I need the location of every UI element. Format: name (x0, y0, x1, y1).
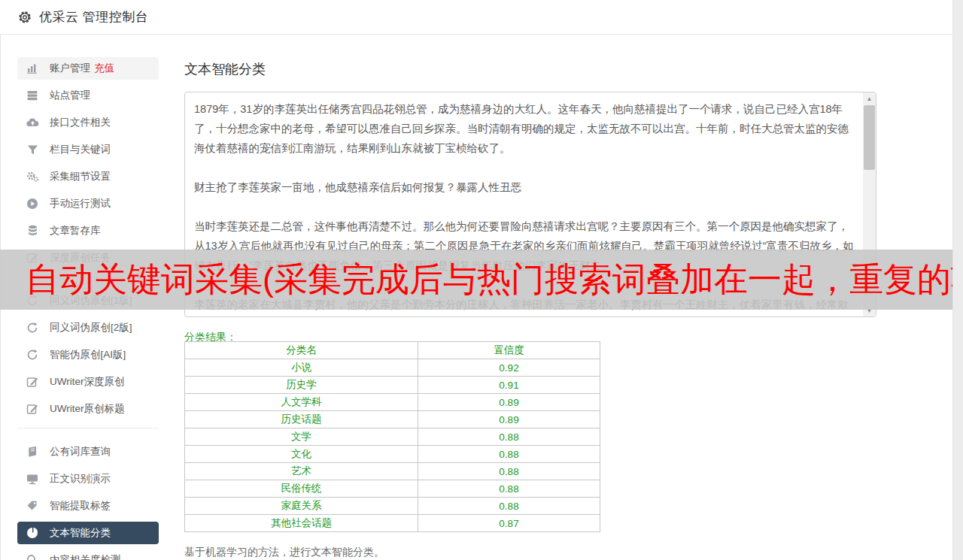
sidebar-item-label: 智能提取标签 (50, 499, 111, 513)
confidence-cell: 0.91 (418, 377, 600, 394)
sidebar-item-columns-keywords[interactable]: 栏目与关键词 (17, 138, 159, 161)
table-row: 人文学科 0.89 (185, 394, 600, 411)
sidebar-item-smart-ai[interactable]: 智能伪原创[AI版] (17, 344, 159, 366)
sidebar-item-label: 文本智能分类 (50, 526, 111, 540)
sidebar-item-interface-files[interactable]: 接口文件相关 (17, 111, 159, 134)
database-icon (26, 224, 39, 238)
gear-icon[interactable] (18, 11, 32, 24)
table-row: 历史学 0.91 (185, 377, 600, 394)
confidence-cell: 0.89 (418, 411, 600, 428)
sidebar-item-label: 采集细节设置 (50, 170, 111, 183)
sidebar-item-label: 站点管理 (50, 89, 90, 102)
filter-icon (26, 143, 39, 156)
sidebar-item-smart-tags[interactable]: 智能提取标签 (17, 495, 159, 517)
sidebar-item-relevance-check[interactable]: 内容相关度检测 (17, 549, 159, 560)
confidence-cell: 0.88 (418, 498, 600, 515)
confidence-cell: 0.92 (418, 359, 600, 377)
magnifier-icon (26, 553, 39, 560)
cloud-upload-icon (26, 116, 39, 129)
monitor-icon (26, 472, 39, 486)
watermark-text: 自动关键词采集(采集完成后与热门搜索词叠加在一起，重复的项 (0, 250, 952, 310)
play-circle-icon (26, 197, 39, 210)
book-icon (26, 445, 39, 459)
scroll-up-arrow-icon[interactable]: ▲ (863, 92, 876, 104)
header-bar: 优采云 管理控制台 (0, 0, 963, 35)
sidebar-item-label: 正文识别演示 (50, 472, 111, 486)
scrollbar-thumb[interactable] (864, 105, 875, 170)
confidence-cell: 0.88 (418, 446, 600, 463)
category-cell: 文学 (185, 428, 418, 446)
category-cell: 人文学科 (185, 394, 418, 411)
sidebar-divider (17, 428, 159, 428)
edit-icon (26, 402, 39, 416)
sidebar-item-label: UWriter深度原创 (50, 375, 125, 389)
table-row: 艺术 0.88 (185, 463, 600, 480)
sidebar-item-label: 智能伪原创[AI版] (50, 348, 126, 362)
table-row: 民俗传统 0.88 (185, 480, 600, 498)
category-cell: 其他社会话题 (185, 515, 418, 532)
category-cell: 历史学 (185, 377, 418, 394)
confidence-cell: 0.88 (418, 480, 600, 498)
category-cell: 民俗传统 (185, 480, 418, 498)
sidebar-item-label: 手动运行测试 (50, 197, 111, 210)
pie-chart-icon (26, 526, 39, 540)
document-paragraph: 1879年，31岁的李莲英出任储秀宫四品花翎总管，成为慈禧身边的大红人。这年春天… (194, 99, 854, 158)
table-row: 其他社会话题 0.87 (185, 515, 600, 532)
tag-icon (26, 499, 39, 513)
page-scrollbar[interactable] (952, 0, 963, 560)
category-cell: 小说 (185, 359, 418, 377)
category-cell: 艺术 (185, 463, 418, 480)
edit-icon (26, 375, 39, 389)
table-header-row: 分类名 置信度 (185, 342, 600, 359)
sidebar-item-public-lexicon[interactable]: 公有词库查询 (17, 440, 159, 463)
document-paragraph: 财主抢了李莲英家一亩地，他成慈禧亲信后如何报复？暴露人性丑恶 (194, 177, 854, 197)
watermark-overlay-band: 自动关键词采集(采集完成后与热门搜索词叠加在一起，重复的项 (0, 250, 952, 310)
sidebar-item-uwriter-title[interactable]: UWriter原创标题 (17, 398, 159, 420)
sidebar-item-synonym-v2[interactable]: 同义词伪原创[2版] (17, 316, 159, 339)
main-content: 文本智能分类 1879年，31岁的李莲英出任储秀宫四品花翎总管，成为慈禧身边的大… (184, 35, 877, 78)
sidebar-item-account[interactable]: 账户管理 充值 (17, 57, 159, 80)
sidebar-item-article-store[interactable]: 文章暂存库 (17, 219, 159, 242)
confidence-cell: 0.89 (418, 394, 600, 411)
sidebar-item-label: 接口文件相关 (50, 116, 111, 129)
app-title: 优采云 管理控制台 (39, 8, 148, 26)
refresh-icon (26, 348, 39, 362)
sidebar-item-label: 账户管理 (50, 62, 90, 75)
confidence-cell: 0.88 (418, 463, 600, 480)
bar-chart-icon (26, 62, 39, 75)
sidebar-item-uwriter-deep[interactable]: UWriter深度原创 (17, 371, 159, 393)
table-row: 家庭关系 0.88 (185, 498, 600, 515)
confidence-cell: 0.88 (418, 428, 600, 446)
refresh-icon (26, 321, 39, 334)
server-icon (26, 89, 39, 102)
page-title: 文本智能分类 (184, 60, 877, 78)
category-cell: 历史话题 (185, 411, 418, 428)
table-row: 文化 0.88 (185, 446, 600, 463)
category-cell: 家庭关系 (185, 498, 418, 515)
sidebar-item-label: 文章暂存库 (50, 224, 101, 238)
sidebar-item-label: 公有词库查询 (50, 445, 111, 459)
table-row: 历史话题 0.89 (185, 411, 600, 428)
app-window: 优采云 管理控制台 账户管理 充值 站点管理 (0, 0, 963, 560)
sidebar-item-manual-test[interactable]: 手动运行测试 (17, 192, 159, 215)
column-header-confidence: 置信度 (418, 342, 600, 359)
sidebar-item-label: UWriter原创标题 (50, 402, 125, 416)
sidebar-item-label: 内容相关度检测 (50, 553, 121, 560)
column-header-category: 分类名 (185, 342, 418, 359)
category-cell: 文化 (185, 446, 418, 463)
confidence-cell: 0.87 (418, 515, 600, 532)
sidebar-item-label: 同义词伪原创[2版] (50, 321, 132, 334)
table-row: 文学 0.88 (185, 428, 600, 446)
table-row: 小说 0.92 (185, 359, 600, 377)
sidebar-item-text-classification[interactable]: 文本智能分类 (17, 522, 159, 544)
recharge-badge[interactable]: 充值 (94, 62, 114, 75)
sidebar-item-label: 栏目与关键词 (50, 143, 111, 156)
sidebar-item-sites[interactable]: 站点管理 (17, 84, 159, 107)
classification-table: 分类名 置信度 小说 0.92 历史学 0.91 人文学科 0.89 (184, 341, 600, 532)
sidebar-item-collection-settings[interactable]: 采集细节设置 (17, 165, 159, 188)
sidebar-item-body-recognition[interactable]: 正文识别演示 (17, 468, 159, 490)
description-note: 基于机器学习的方法，进行文本智能分类。 (184, 546, 384, 559)
gears-icon (26, 170, 39, 183)
